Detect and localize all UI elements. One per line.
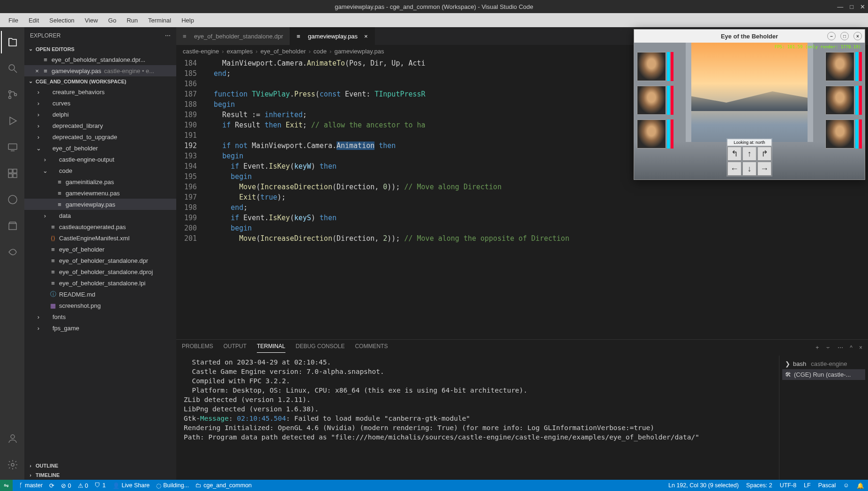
move-right-button[interactable]: → xyxy=(757,162,771,176)
file-item[interactable]: ≡castleautogenerated.pas xyxy=(24,221,176,232)
open-editors-header[interactable]: ⌄ OPEN EDITORS xyxy=(24,44,176,54)
folder-item[interactable]: ›fonts xyxy=(24,311,176,322)
terminal-output[interactable]: Started on 2023-04-29 at 02:10:45. Castl… xyxy=(176,356,779,480)
terminal-session[interactable]: ❯bashcastle-engine xyxy=(782,358,865,369)
source-control-icon[interactable] xyxy=(1,83,23,106)
folder-item[interactable]: ›curves xyxy=(24,97,176,109)
file-item[interactable]: ≡gameviewmenu.pas xyxy=(24,187,176,199)
project-view-icon[interactable] xyxy=(1,215,23,237)
game-maximize-icon[interactable]: □ xyxy=(840,32,849,40)
folder-item[interactable]: ›fps_game xyxy=(24,322,176,334)
github-icon[interactable] xyxy=(1,188,23,211)
move-forward-button[interactable]: ↑ xyxy=(742,147,756,161)
file-item[interactable]: ≡gameviewplay.pas xyxy=(24,199,176,210)
file-item[interactable]: ⓘREADME.md xyxy=(24,289,176,300)
character-portrait[interactable] xyxy=(637,86,666,115)
character-portrait[interactable] xyxy=(825,86,854,115)
status-bell[interactable]: 🔔 xyxy=(857,482,864,489)
game-viewport[interactable]: FPS: 101.59 (only render: 1770.19) Looki… xyxy=(634,43,865,179)
folder-item[interactable]: ⌄code xyxy=(24,165,176,176)
menu-terminal[interactable]: Terminal xyxy=(143,15,176,26)
game-close-icon[interactable]: × xyxy=(853,32,862,40)
status-feedback[interactable]: ☺ xyxy=(843,482,849,489)
menu-selection[interactable]: Selection xyxy=(45,15,79,26)
timeline-header[interactable]: › TIMELINE xyxy=(24,470,176,480)
chevron-up-icon[interactable]: ^ xyxy=(850,344,853,351)
folder-item[interactable]: ›delphi xyxy=(24,109,176,120)
breadcrumb-item[interactable]: examples xyxy=(227,48,253,55)
editor-tab[interactable]: ≡eye_of_beholder_standalone.dpr xyxy=(176,27,290,45)
folder-item[interactable]: ›deprecated_to_upgrade xyxy=(24,131,176,142)
status-warnings[interactable]: ⚠ 0 xyxy=(78,482,88,489)
building-status[interactable]: ◌ Building... xyxy=(156,482,189,489)
menu-edit[interactable]: Edit xyxy=(24,15,44,26)
status-errors[interactable]: ⊘ 0 xyxy=(61,482,71,489)
run-debug-icon[interactable] xyxy=(1,110,23,132)
status-cursor[interactable]: Ln 192, Col 30 (9 selected) xyxy=(668,482,739,489)
live-share[interactable]: 👤 Live Share xyxy=(112,482,150,489)
folder-item[interactable]: ›creature_behaviors xyxy=(24,86,176,97)
window-maximize-icon[interactable]: □ xyxy=(850,3,853,10)
character-portrait[interactable] xyxy=(825,52,854,81)
close-icon[interactable]: × xyxy=(33,67,41,74)
file-item[interactable]: ≡eye_of_beholder_standalone.dpr xyxy=(24,255,176,266)
game-window[interactable]: Eye of the Beholder – □ × FPS: 101.59 (o… xyxy=(634,29,865,180)
explorer-more-icon[interactable]: ⋯ xyxy=(165,32,171,39)
more-icon[interactable]: ⋯ xyxy=(838,344,843,351)
breadcrumb-item[interactable]: castle-engine xyxy=(183,48,219,55)
menu-help[interactable]: Help xyxy=(177,15,199,26)
move-left-button[interactable]: ← xyxy=(727,162,741,176)
folder-item[interactable]: ⌄eye_of_beholder xyxy=(24,142,176,154)
breadcrumb-item[interactable]: eye_of_beholder xyxy=(261,48,306,55)
git-branch[interactable]: ᚶ master xyxy=(19,482,43,489)
window-close-icon[interactable]: ✕ xyxy=(860,3,865,10)
character-portrait[interactable] xyxy=(637,52,666,81)
terminal-session[interactable]: 🛠(CGE) Run (castle-... xyxy=(782,369,865,380)
menu-go[interactable]: Go xyxy=(104,15,121,26)
file-item[interactable]: ≡eye_of_beholder_standalone.dproj xyxy=(24,266,176,277)
menu-file[interactable]: File xyxy=(4,15,23,26)
panel-tab-terminal[interactable]: TERMINAL xyxy=(257,343,285,353)
split-terminal-icon[interactable]: ⫟ xyxy=(825,344,831,351)
turn-right-button[interactable]: ↱ xyxy=(757,147,771,161)
remote-explorer-icon[interactable] xyxy=(1,136,23,158)
status-folder[interactable]: 🗀 cge_and_common xyxy=(195,482,252,489)
open-editor-item[interactable]: ×≡gameviewplay.pascastle-engine • e... xyxy=(24,65,176,76)
file-item[interactable]: ▦screenshot.png xyxy=(24,300,176,311)
explorer-icon[interactable] xyxy=(1,31,23,53)
character-portrait[interactable] xyxy=(637,119,666,149)
open-editor-item[interactable]: ≡eye_of_beholder_standalone.dpr... xyxy=(24,54,176,65)
folder-item[interactable]: ›data xyxy=(24,210,176,221)
status-encoding[interactable]: UTF-8 xyxy=(780,482,796,489)
editor-tab[interactable]: ≡gameviewplay.pas× xyxy=(290,27,375,45)
game-minimize-icon[interactable]: – xyxy=(827,32,836,40)
accounts-icon[interactable] xyxy=(1,427,23,450)
panel-tab-comments[interactable]: COMMENTS xyxy=(355,343,388,352)
remote-indicator[interactable]: ⇋ xyxy=(0,480,13,491)
share-icon[interactable] xyxy=(1,241,23,263)
close-icon[interactable]: × xyxy=(364,33,368,40)
status-eol[interactable]: LF xyxy=(804,482,811,489)
workspace-header[interactable]: ⌄ CGE_AND_COMMON (WORKSPACE) xyxy=(24,76,176,86)
file-item[interactable]: ≡gameinitialize.pas xyxy=(24,176,176,187)
git-sync[interactable]: ⟳ xyxy=(49,482,54,489)
move-back-button[interactable]: ↓ xyxy=(742,162,756,176)
status-running[interactable]: ⛉ 1 xyxy=(95,482,105,489)
file-item[interactable]: ⟨⟩CastleEngineManifest.xml xyxy=(24,232,176,244)
panel-tab-debug-console[interactable]: DEBUG CONSOLE xyxy=(296,343,345,352)
breadcrumb-item[interactable]: code xyxy=(314,48,327,55)
character-portrait[interactable] xyxy=(825,119,854,149)
breadcrumb-item[interactable]: gameviewplay.pas xyxy=(334,48,384,55)
panel-tab-problems[interactable]: PROBLEMS xyxy=(182,343,213,352)
close-panel-icon[interactable]: × xyxy=(859,344,862,351)
new-terminal-icon[interactable]: + xyxy=(816,344,819,351)
search-icon[interactable] xyxy=(1,57,23,80)
settings-gear-icon[interactable] xyxy=(1,454,23,476)
menu-run[interactable]: Run xyxy=(122,15,142,26)
menu-view[interactable]: View xyxy=(80,15,103,26)
panel-tab-output[interactable]: OUTPUT xyxy=(224,343,247,352)
file-item[interactable]: ≡eye_of_beholder xyxy=(24,244,176,255)
status-language[interactable]: Pascal xyxy=(818,482,836,489)
folder-item[interactable]: ›deprecated_library xyxy=(24,120,176,131)
status-spaces[interactable]: Spaces: 2 xyxy=(746,482,772,489)
